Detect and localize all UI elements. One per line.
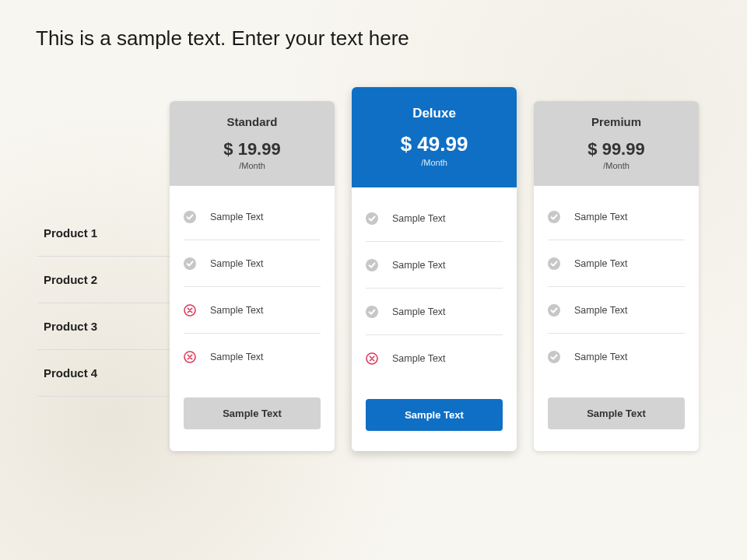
feature-text: Sample Text <box>392 353 446 364</box>
plan-features: Sample Text Sample Text Sample Text Samp… <box>534 186 699 380</box>
feature-text: Sample Text <box>392 306 446 317</box>
feature-row: Sample Text <box>548 194 685 240</box>
plan-header: Standard $ 19.99 /Month <box>170 101 335 186</box>
plan-header: Premium $ 99.99 /Month <box>534 101 699 186</box>
check-icon <box>548 351 560 363</box>
plan-card-standard: Standard $ 19.99 /Month Sample Text Samp… <box>170 101 335 451</box>
row-label: Product 3 <box>37 303 170 350</box>
plan-name: Premium <box>542 115 691 128</box>
row-label: Product 4 <box>37 350 170 397</box>
plan-footer: Sample Text <box>170 380 335 450</box>
check-icon <box>184 211 196 223</box>
plan-footer: Sample Text <box>352 382 517 451</box>
plan-card-premium: Premium $ 99.99 /Month Sample Text Sampl… <box>534 101 699 451</box>
plan-features: Sample Text Sample Text Sample Text Samp… <box>170 186 335 380</box>
check-icon <box>184 257 196 270</box>
plans-row: Standard $ 19.99 /Month Sample Text Samp… <box>170 101 714 451</box>
row-label: Product 1 <box>37 210 170 257</box>
check-icon <box>366 212 378 225</box>
check-icon <box>548 304 560 317</box>
pricing-stage: Product 1 Product 2 Product 3 Product 4 … <box>37 101 714 451</box>
feature-row: Sample Text <box>548 240 685 287</box>
feature-row: Sample Text <box>366 195 503 242</box>
feature-row: Sample Text <box>184 334 321 380</box>
feature-text: Sample Text <box>392 260 446 271</box>
feature-row: Sample Text <box>548 334 685 380</box>
feature-row: Sample Text <box>366 289 503 335</box>
plan-period: /Month <box>359 158 509 167</box>
feature-text: Sample Text <box>574 305 628 316</box>
feature-text: Sample Text <box>574 212 628 222</box>
plan-cta-button[interactable]: Sample Text <box>548 397 685 429</box>
plan-price: $ 19.99 <box>177 139 327 159</box>
feature-text: Sample Text <box>574 352 628 362</box>
feature-text: Sample Text <box>210 258 264 269</box>
page-title: This is a sample text. Enter your text h… <box>36 26 409 51</box>
plan-footer: Sample Text <box>534 380 699 450</box>
feature-text: Sample Text <box>210 352 264 362</box>
plan-cta-button[interactable]: Sample Text <box>366 399 503 431</box>
plan-price: $ 99.99 <box>542 139 691 159</box>
cross-icon <box>184 304 196 317</box>
feature-row: Sample Text <box>548 287 685 334</box>
row-labels-column: Product 1 Product 2 Product 3 Product 4 <box>37 101 170 397</box>
plan-header: Deluxe $ 49.99 /Month <box>352 87 517 187</box>
plan-name: Standard <box>177 115 327 128</box>
plan-name: Deluxe <box>359 106 509 121</box>
check-icon <box>366 306 378 318</box>
feature-row: Sample Text <box>366 242 503 289</box>
row-label: Product 2 <box>37 257 170 303</box>
plan-card-deluxe: Deluxe $ 49.99 /Month Sample Text Sample… <box>352 87 517 451</box>
feature-row: Sample Text <box>366 335 503 382</box>
check-icon <box>548 211 560 223</box>
plan-cta-button[interactable]: Sample Text <box>184 397 321 429</box>
feature-row: Sample Text <box>184 240 321 287</box>
cross-icon <box>366 352 378 365</box>
cross-icon <box>184 351 196 363</box>
plan-price: $ 49.99 <box>359 132 509 156</box>
feature-row: Sample Text <box>184 287 321 334</box>
plan-features: Sample Text Sample Text Sample Text Samp… <box>352 187 517 382</box>
feature-text: Sample Text <box>392 213 446 224</box>
feature-text: Sample Text <box>210 305 264 316</box>
check-icon <box>548 257 560 270</box>
plan-period: /Month <box>542 161 691 170</box>
check-icon <box>366 259 378 271</box>
feature-text: Sample Text <box>210 212 264 222</box>
feature-text: Sample Text <box>574 258 628 269</box>
feature-row: Sample Text <box>184 194 321 240</box>
plan-period: /Month <box>177 161 327 170</box>
